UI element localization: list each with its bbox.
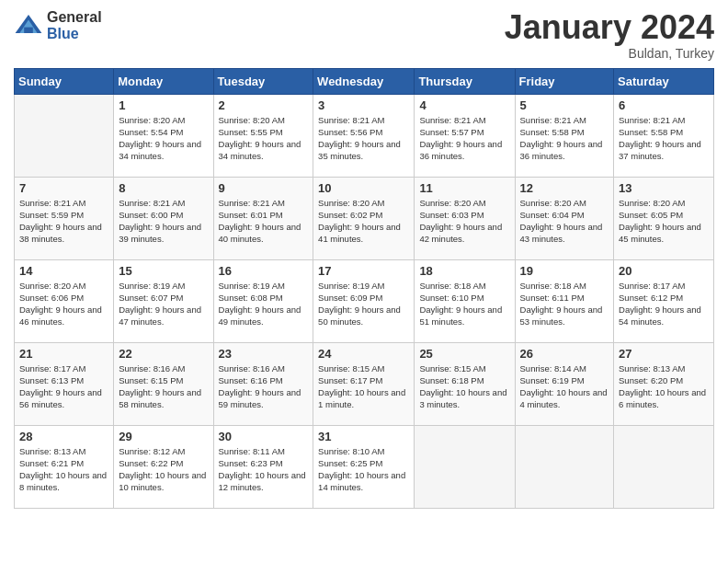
page: General Blue January 2024 Buldan, Turkey…: [0, 0, 728, 563]
calendar-cell: 9 Sunrise: 8:21 AMSunset: 6:01 PMDayligh…: [213, 177, 313, 259]
location: Buldan, Turkey: [505, 46, 714, 61]
logo-icon: [14, 11, 43, 40]
calendar-cell: 6 Sunrise: 8:21 AMSunset: 5:58 PMDayligh…: [614, 94, 714, 177]
month-title: January 2024: [505, 9, 714, 46]
calendar-table: Sunday Monday Tuesday Wednesday Thursday…: [14, 68, 714, 509]
day-number: 7: [19, 181, 108, 195]
day-number: 28: [19, 430, 108, 443]
title-area: January 2024 Buldan, Turkey: [505, 9, 714, 61]
calendar-cell: 19 Sunrise: 8:18 AMSunset: 6:11 PMDaylig…: [515, 259, 614, 342]
day-info: Sunrise: 8:20 AMSunset: 5:55 PMDaylight:…: [219, 114, 309, 163]
day-number: 5: [520, 98, 609, 112]
calendar-cell: 30 Sunrise: 8:11 AMSunset: 6:23 PMDaylig…: [213, 425, 313, 508]
day-info: Sunrise: 8:21 AMSunset: 5:59 PMDaylight:…: [19, 197, 108, 246]
calendar-cell: 29 Sunrise: 8:12 AMSunset: 6:22 PMDaylig…: [114, 425, 213, 508]
day-info: Sunrise: 8:16 AMSunset: 6:16 PMDaylight:…: [219, 362, 309, 411]
day-number: 22: [119, 347, 208, 361]
day-number: 18: [419, 264, 509, 278]
day-number: 24: [318, 347, 409, 361]
day-info: Sunrise: 8:17 AMSunset: 6:12 PMDaylight:…: [619, 280, 709, 328]
calendar-cell: 7 Sunrise: 8:21 AMSunset: 5:59 PMDayligh…: [15, 177, 114, 259]
day-number: 29: [119, 430, 208, 443]
day-number: 17: [318, 264, 409, 278]
logo-general-text: General: [47, 9, 102, 26]
day-info: Sunrise: 8:11 AMSunset: 6:23 PMDaylight:…: [219, 445, 309, 494]
calendar-cell: 21 Sunrise: 8:17 AMSunset: 6:13 PMDaylig…: [15, 342, 114, 425]
day-info: Sunrise: 8:20 AMSunset: 6:03 PMDaylight:…: [419, 197, 509, 246]
calendar-cell: 10 Sunrise: 8:20 AMSunset: 6:02 PMDaylig…: [313, 177, 415, 259]
day-info: Sunrise: 8:20 AMSunset: 6:05 PMDaylight:…: [619, 197, 709, 246]
svg-rect-2: [24, 27, 33, 32]
calendar-cell: 3 Sunrise: 8:21 AMSunset: 5:56 PMDayligh…: [313, 94, 415, 177]
logo-blue-text: Blue: [47, 26, 102, 42]
day-number: 11: [419, 181, 509, 195]
day-info: Sunrise: 8:10 AMSunset: 6:25 PMDaylight:…: [318, 445, 409, 494]
calendar-cell: 24 Sunrise: 8:15 AMSunset: 6:17 PMDaylig…: [313, 342, 415, 425]
day-info: Sunrise: 8:13 AMSunset: 6:21 PMDaylight:…: [19, 445, 108, 494]
day-info: Sunrise: 8:21 AMSunset: 5:58 PMDaylight:…: [619, 114, 709, 163]
day-number: 14: [19, 264, 108, 278]
header-tuesday: Tuesday: [213, 68, 313, 94]
day-info: Sunrise: 8:19 AMSunset: 6:07 PMDaylight:…: [119, 280, 208, 328]
day-number: 30: [219, 430, 309, 443]
header-sunday: Sunday: [15, 68, 114, 94]
day-number: 12: [520, 181, 609, 195]
day-info: Sunrise: 8:14 AMSunset: 6:19 PMDaylight:…: [520, 362, 609, 411]
day-info: Sunrise: 8:15 AMSunset: 6:17 PMDaylight:…: [318, 362, 409, 411]
calendar-cell: 25 Sunrise: 8:15 AMSunset: 6:18 PMDaylig…: [415, 342, 515, 425]
day-number: 1: [119, 98, 208, 112]
day-info: Sunrise: 8:17 AMSunset: 6:13 PMDaylight:…: [19, 362, 108, 411]
day-number: 21: [19, 347, 108, 361]
calendar-week-1: 1 Sunrise: 8:20 AMSunset: 5:54 PMDayligh…: [15, 94, 714, 177]
calendar-cell: 8 Sunrise: 8:21 AMSunset: 6:00 PMDayligh…: [114, 177, 213, 259]
calendar-cell: 20 Sunrise: 8:17 AMSunset: 6:12 PMDaylig…: [614, 259, 714, 342]
weekday-header-row: Sunday Monday Tuesday Wednesday Thursday…: [15, 68, 714, 94]
day-info: Sunrise: 8:21 AMSunset: 5:56 PMDaylight:…: [318, 114, 409, 163]
calendar-cell: 22 Sunrise: 8:16 AMSunset: 6:15 PMDaylig…: [114, 342, 213, 425]
calendar-cell: 16 Sunrise: 8:19 AMSunset: 6:08 PMDaylig…: [213, 259, 313, 342]
day-number: 26: [520, 347, 609, 361]
calendar-week-2: 7 Sunrise: 8:21 AMSunset: 5:59 PMDayligh…: [15, 177, 714, 259]
day-info: Sunrise: 8:21 AMSunset: 6:00 PMDaylight:…: [119, 197, 208, 246]
calendar-cell: 26 Sunrise: 8:14 AMSunset: 6:19 PMDaylig…: [515, 342, 614, 425]
logo: General Blue: [14, 9, 102, 41]
day-number: 10: [318, 181, 409, 195]
header-monday: Monday: [114, 68, 213, 94]
day-info: Sunrise: 8:21 AMSunset: 6:01 PMDaylight:…: [219, 197, 309, 246]
day-info: Sunrise: 8:13 AMSunset: 6:20 PMDaylight:…: [619, 362, 709, 411]
calendar-week-5: 28 Sunrise: 8:13 AMSunset: 6:21 PMDaylig…: [15, 425, 714, 508]
day-number: 8: [119, 181, 208, 195]
day-number: 31: [318, 430, 409, 443]
calendar-cell: [515, 425, 614, 508]
day-info: Sunrise: 8:20 AMSunset: 6:02 PMDaylight:…: [318, 197, 409, 246]
header-wednesday: Wednesday: [313, 68, 415, 94]
header-thursday: Thursday: [415, 68, 515, 94]
calendar-cell: [614, 425, 714, 508]
day-number: 27: [619, 347, 709, 361]
calendar-cell: 13 Sunrise: 8:20 AMSunset: 6:05 PMDaylig…: [614, 177, 714, 259]
day-number: 4: [419, 98, 509, 112]
calendar-week-3: 14 Sunrise: 8:20 AMSunset: 6:06 PMDaylig…: [15, 259, 714, 342]
day-info: Sunrise: 8:19 AMSunset: 6:09 PMDaylight:…: [318, 280, 409, 328]
calendar-week-4: 21 Sunrise: 8:17 AMSunset: 6:13 PMDaylig…: [15, 342, 714, 425]
calendar-cell: 28 Sunrise: 8:13 AMSunset: 6:21 PMDaylig…: [15, 425, 114, 508]
day-info: Sunrise: 8:20 AMSunset: 5:54 PMDaylight:…: [119, 114, 208, 163]
header: General Blue January 2024 Buldan, Turkey: [14, 9, 714, 61]
calendar-cell: [15, 94, 114, 177]
calendar-cell: 18 Sunrise: 8:18 AMSunset: 6:10 PMDaylig…: [415, 259, 515, 342]
day-info: Sunrise: 8:15 AMSunset: 6:18 PMDaylight:…: [419, 362, 509, 411]
calendar-cell: 11 Sunrise: 8:20 AMSunset: 6:03 PMDaylig…: [415, 177, 515, 259]
day-info: Sunrise: 8:21 AMSunset: 5:57 PMDaylight:…: [419, 114, 509, 163]
calendar-cell: 2 Sunrise: 8:20 AMSunset: 5:55 PMDayligh…: [213, 94, 313, 177]
calendar-cell: 23 Sunrise: 8:16 AMSunset: 6:16 PMDaylig…: [213, 342, 313, 425]
day-number: 23: [219, 347, 309, 361]
day-number: 15: [119, 264, 208, 278]
day-number: 3: [318, 98, 409, 112]
day-number: 16: [219, 264, 309, 278]
calendar-cell: 1 Sunrise: 8:20 AMSunset: 5:54 PMDayligh…: [114, 94, 213, 177]
calendar-cell: 31 Sunrise: 8:10 AMSunset: 6:25 PMDaylig…: [313, 425, 415, 508]
day-info: Sunrise: 8:18 AMSunset: 6:10 PMDaylight:…: [419, 280, 509, 328]
calendar-cell: 12 Sunrise: 8:20 AMSunset: 6:04 PMDaylig…: [515, 177, 614, 259]
day-number: 20: [619, 264, 709, 278]
calendar-cell: 15 Sunrise: 8:19 AMSunset: 6:07 PMDaylig…: [114, 259, 213, 342]
